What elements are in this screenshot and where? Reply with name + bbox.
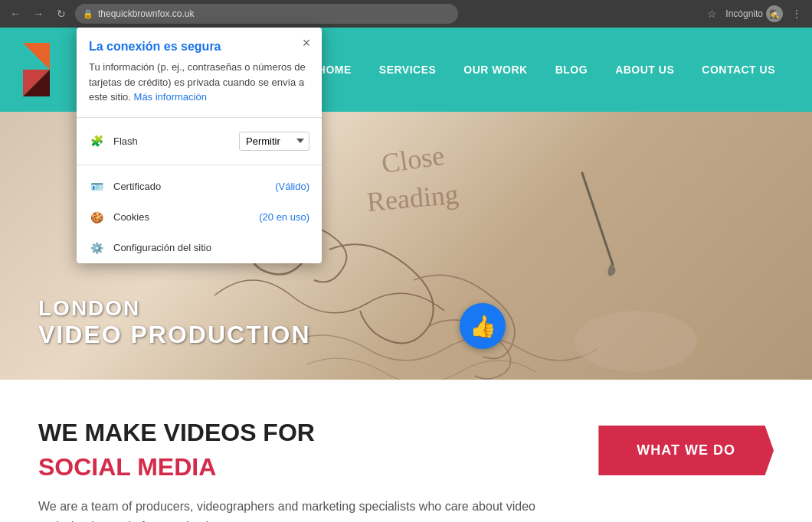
site-logo xyxy=(23,43,77,96)
popup-description: Tu información (p. ej., contraseñas o nú… xyxy=(89,60,309,105)
hero-video-production: VIDEO PRODUCTION xyxy=(38,321,311,349)
nav-about-us[interactable]: ABOUT US xyxy=(601,56,688,83)
content-heading-line2: SOCIAL MEDIA xyxy=(38,453,537,481)
certificate-icon: 🪪 xyxy=(89,179,104,194)
popup-site-settings-row[interactable]: ⚙️ Configuración del sitio xyxy=(77,233,322,263)
popup-cookies-row[interactable]: 🍪 Cookies (20 en uso) xyxy=(77,202,322,233)
popup-overlay: × La conexión es segura Tu información (… xyxy=(77,28,322,263)
incognito-icon: 🕵 xyxy=(766,5,783,22)
flash-label: Flash xyxy=(113,135,207,147)
logo-shape-orange xyxy=(23,43,50,70)
svg-point-3 xyxy=(575,311,697,372)
hero-text-overlay: LONDON VIDEO PRODUCTION xyxy=(38,296,311,349)
popup-certificate-row[interactable]: 🪪 Certificado (Válido) xyxy=(77,171,322,202)
address-bar[interactable]: 🔒 thequickbrownfox.co.uk xyxy=(75,4,458,24)
url-text: thequickbrownfox.co.uk xyxy=(98,8,194,19)
popup-flash-row: 🧩 Flash Permitir Bloquear Preguntar xyxy=(77,124,322,158)
flash-icon: 🧩 xyxy=(89,133,104,148)
site-settings-icon: ⚙️ xyxy=(89,240,104,256)
site-nav: HOME SERVICES OUR WORK BLOG ABOUT US CON… xyxy=(304,56,789,83)
nav-blog[interactable]: BLOG xyxy=(542,56,601,83)
logo-shape-dark xyxy=(23,70,50,96)
svg-text:Close: Close xyxy=(380,140,447,179)
popup-divider-1 xyxy=(77,117,322,118)
popup-title: La conexión es segura xyxy=(89,40,309,54)
hero-london: LONDON xyxy=(38,296,311,321)
svg-text:Reading: Reading xyxy=(365,179,460,217)
cta-area: WHAT WE DO xyxy=(598,418,774,475)
refresh-button[interactable]: ↻ xyxy=(52,5,70,23)
certificate-label: Certificado xyxy=(113,181,266,192)
svg-line-2 xyxy=(582,173,613,265)
cookies-label: Cookies xyxy=(113,211,250,223)
browser-right-icons: ☆ Incógnito 🕵 ⋮ xyxy=(702,5,806,23)
popup-close-button[interactable]: × xyxy=(299,35,314,51)
what-we-do-button[interactable]: WHAT WE DO xyxy=(598,426,774,475)
popup-header: × La conexión es segura Tu información (… xyxy=(77,28,322,111)
cookies-value: (20 en uso) xyxy=(259,211,309,223)
certificate-value: (Válido) xyxy=(275,181,309,192)
site-settings-label: Configuración del sitio xyxy=(113,242,309,253)
forward-button[interactable]: → xyxy=(29,5,47,23)
flash-select[interactable]: Permitir Bloquear Preguntar xyxy=(239,132,309,151)
browser-chrome: ← → ↻ 🔒 thequickbrownfox.co.uk ☆ Incógni… xyxy=(0,0,812,28)
more-button[interactable]: ⋮ xyxy=(787,5,806,23)
nav-contact-us[interactable]: CONTACT US xyxy=(688,56,789,83)
flash-select-wrap: Permitir Bloquear Preguntar xyxy=(216,132,309,151)
back-button[interactable]: ← xyxy=(6,5,25,23)
content-left: WE MAKE VIDEOS FOR SOCIAL MEDIA We are a… xyxy=(38,418,537,522)
more-info-link[interactable]: Más información xyxy=(134,91,207,103)
incognito-label: Incógnito xyxy=(725,8,763,19)
nav-our-work[interactable]: OUR WORK xyxy=(450,56,541,83)
lock-icon: 🔒 xyxy=(83,9,93,19)
content-section: WE MAKE VIDEOS FOR SOCIAL MEDIA We are a… xyxy=(0,380,812,522)
incognito-area: Incógnito 🕵 xyxy=(725,5,783,22)
content-heading-line1: WE MAKE VIDEOS FOR xyxy=(38,418,537,447)
popup-divider-2 xyxy=(77,165,322,165)
content-body-text: We are a team of producers, videographer… xyxy=(38,497,537,522)
star-button[interactable]: ☆ xyxy=(702,5,721,23)
nav-services[interactable]: SERVICES xyxy=(365,56,450,83)
security-popup: × La conexión es segura Tu información (… xyxy=(77,28,322,263)
cookies-icon: 🍪 xyxy=(89,210,104,225)
thumbs-up-button[interactable]: 👍 xyxy=(460,303,506,349)
